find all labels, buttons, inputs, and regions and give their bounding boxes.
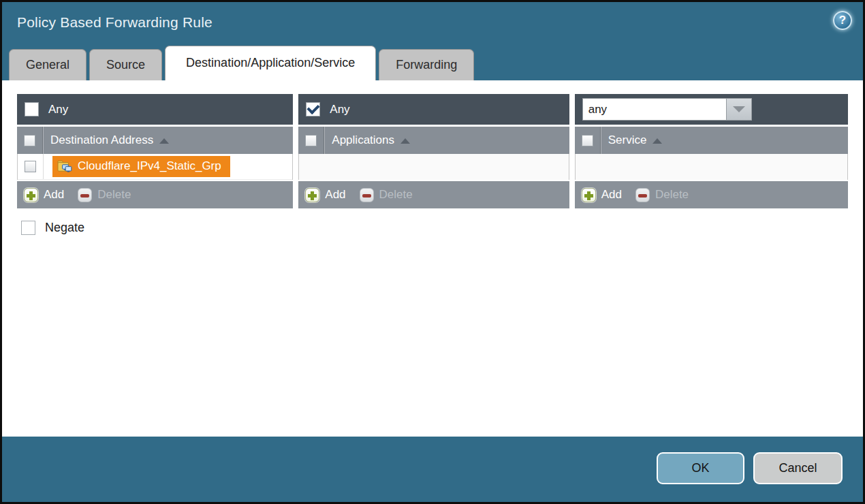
destination-column-header: Destination Address <box>17 125 293 154</box>
tab-general[interactable]: General <box>9 49 86 80</box>
destination-address-panel: Any Destination Address <box>17 94 293 208</box>
ok-button[interactable]: OK <box>657 452 744 484</box>
sort-ascending-icon[interactable] <box>159 138 169 144</box>
applications-list <box>298 154 569 180</box>
selected-address-chip[interactable]: Cloudflare_IPv4_Static_Grp <box>52 156 230 177</box>
destination-list: Cloudflare_IPv4_Static_Grp <box>17 154 293 180</box>
applications-footer: Add Delete <box>298 180 569 208</box>
service-footer: Add Delete <box>575 180 848 208</box>
applications-column-header: Applications <box>298 125 569 154</box>
help-icon[interactable]: ? <box>833 11 852 30</box>
tab-bar: General Source Destination/Application/S… <box>2 42 863 80</box>
service-column-label[interactable]: Service <box>608 133 647 147</box>
destination-any-checkbox[interactable] <box>25 102 39 116</box>
destination-select-all-checkbox[interactable] <box>24 135 35 146</box>
add-icon <box>582 188 596 202</box>
policy-forwarding-dialog: Policy Based Forwarding Rule ? General S… <box>0 0 865 504</box>
dialog-titlebar: Policy Based Forwarding Rule ? <box>2 2 863 42</box>
service-list <box>575 154 848 180</box>
service-delete-button[interactable]: Delete <box>635 188 689 202</box>
applications-column-label[interactable]: Applications <box>332 133 394 147</box>
destination-footer: Add Delete <box>17 180 293 208</box>
service-column-header: Service <box>575 125 848 154</box>
applications-panel: Any Applications Add <box>298 94 569 208</box>
tab-source[interactable]: Source <box>89 49 162 80</box>
selected-address-label: Cloudflare_IPv4_Static_Grp <box>78 159 221 173</box>
applications-select-all-checkbox[interactable] <box>305 135 317 146</box>
applications-any-label: Any <box>330 103 349 116</box>
cancel-button[interactable]: Cancel <box>753 452 843 484</box>
negate-label: Negate <box>45 221 84 235</box>
delete-icon <box>360 188 374 202</box>
columns-container: Any Destination Address <box>17 94 848 208</box>
service-dropdown-bar <box>575 94 848 125</box>
dialog-footer: OK Cancel <box>2 437 863 502</box>
destination-any-label: Any <box>48 103 68 116</box>
address-group-icon <box>57 160 72 172</box>
negate-checkbox[interactable] <box>21 221 35 235</box>
sort-ascending-icon[interactable] <box>400 138 410 144</box>
dialog-title: Policy Based Forwarding Rule <box>17 14 213 31</box>
applications-add-button[interactable]: Add <box>305 188 345 202</box>
service-dropdown-button[interactable] <box>727 98 752 121</box>
service-combo <box>582 98 752 121</box>
negate-row: Negate <box>21 221 848 235</box>
chevron-down-icon <box>733 106 745 112</box>
add-icon <box>305 188 319 202</box>
applications-any-checkbox[interactable] <box>306 102 320 116</box>
tab-forwarding[interactable]: Forwarding <box>379 49 474 80</box>
delete-icon <box>635 188 650 202</box>
applications-delete-button[interactable]: Delete <box>360 188 413 202</box>
applications-any-bar: Any <box>298 94 569 125</box>
sort-ascending-icon[interactable] <box>652 138 662 144</box>
service-panel: Service Add Delete <box>575 94 848 208</box>
destination-column-label[interactable]: Destination Address <box>50 133 153 147</box>
service-select-all-checkbox[interactable] <box>582 135 593 146</box>
tab-content: Any Destination Address <box>2 80 863 437</box>
destination-row-checkbox[interactable] <box>25 161 36 172</box>
destination-delete-button[interactable]: Delete <box>78 188 131 202</box>
destination-add-button[interactable]: Add <box>24 188 64 202</box>
destination-any-bar: Any <box>17 94 293 125</box>
service-dropdown-input[interactable] <box>582 98 727 121</box>
add-icon <box>24 188 38 202</box>
destination-list-item[interactable]: Cloudflare_IPv4_Static_Grp <box>18 154 292 180</box>
tab-destination-application-service[interactable]: Destination/Application/Service <box>165 46 376 80</box>
service-add-button[interactable]: Add <box>582 188 622 202</box>
delete-icon <box>78 188 92 202</box>
